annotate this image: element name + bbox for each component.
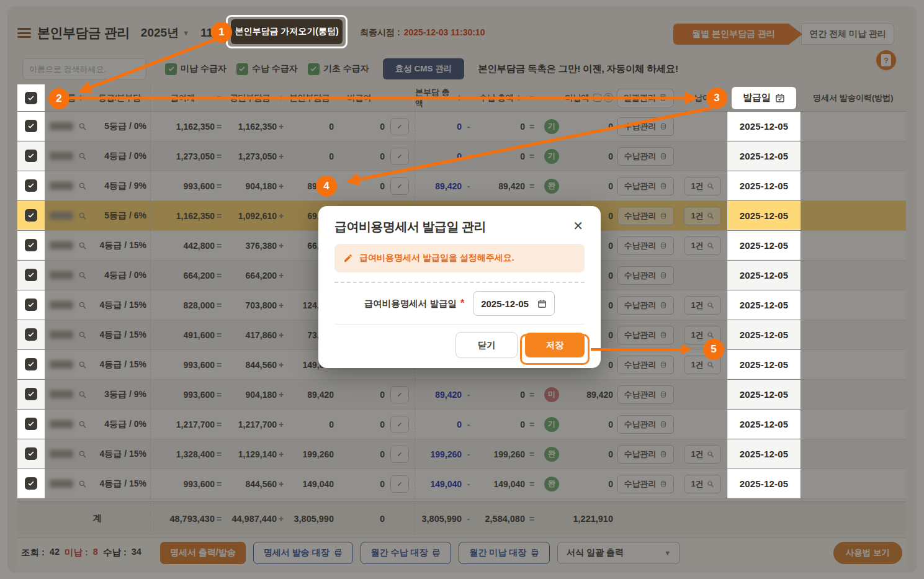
issue-date-cell[interactable]: 2025-12-05: [727, 290, 801, 320]
issue-date-cell[interactable]: 2025-12-05: [727, 201, 801, 230]
issue-date-modal: 급여비용명세서 발급일 관리 ✕ 급여비용명세서 발급일을 설정해주세요. 급여…: [318, 206, 601, 368]
select-all-cell: [17, 84, 45, 111]
modal-close-button[interactable]: 닫기: [455, 332, 518, 358]
import-copayment-button[interactable]: 본인부담금 가져오기(롱텀): [231, 19, 343, 44]
issue-date-form-row: 급여비용명세서 발급일 * 2025-12-05: [334, 291, 585, 316]
row-select-cell: [17, 290, 45, 320]
copayment-management-screen: 본인부담금 관리 2025년 ▼ 11월 최종시점 : 2025-12-03 1…: [0, 0, 924, 579]
close-icon[interactable]: ✕: [572, 218, 585, 233]
row-select-cell: [17, 141, 45, 171]
row-select-cell: [17, 439, 45, 469]
row-select-cell: [17, 171, 45, 200]
modal-save-button[interactable]: 저장: [525, 333, 585, 357]
issue-date-label: 급여비용명세서 발급일: [364, 298, 457, 310]
divider: [334, 324, 585, 325]
issue-date-cell[interactable]: 2025-12-05: [727, 261, 801, 290]
issue-date-cell[interactable]: 2025-12-05: [727, 350, 801, 379]
row-checkbox[interactable]: [25, 150, 37, 162]
row-select-cell: [17, 320, 45, 349]
issue-date-header-button[interactable]: 발급일: [732, 87, 796, 109]
modal-notice-text: 급여비용명세서 발급일을 설정해주세요.: [359, 253, 514, 264]
row-checkbox[interactable]: [25, 239, 37, 251]
row-select-cell: [17, 201, 45, 230]
row-checkbox[interactable]: [25, 298, 37, 311]
calendar-icon: [537, 299, 547, 308]
issue-date-cell[interactable]: 2025-12-05: [727, 410, 801, 439]
row-checkbox[interactable]: [25, 447, 37, 460]
row-checkbox[interactable]: [25, 328, 37, 341]
row-select-cell: [17, 231, 45, 260]
issue-date-value: 2025-12-05: [481, 298, 529, 309]
row-select-cell: [17, 380, 45, 409]
header-issue-date-cell: 발급일: [727, 84, 801, 111]
issue-date-cell[interactable]: 2025-12-05: [727, 171, 801, 200]
row-select-cell: [17, 112, 45, 141]
issue-date-input[interactable]: 2025-12-05: [473, 291, 555, 316]
calendar-check-icon: [775, 93, 785, 103]
issue-date-cell[interactable]: 2025-12-05: [727, 380, 801, 409]
issue-date-cell[interactable]: 2025-12-05: [727, 439, 801, 469]
row-select-cell: [17, 469, 45, 498]
dashed-divider: [334, 282, 585, 283]
row-checkbox[interactable]: [25, 358, 37, 370]
row-checkbox[interactable]: [25, 418, 37, 430]
issue-date-cell[interactable]: 2025-12-05: [727, 112, 801, 141]
issue-date-cell[interactable]: 2025-12-05: [727, 320, 801, 349]
row-select-cell: [17, 261, 45, 290]
select-all-checkbox[interactable]: [25, 92, 37, 104]
modal-notice: 급여비용명세서 발급일을 설정해주세요.: [334, 244, 585, 272]
issue-date-cell[interactable]: 2025-12-05: [727, 141, 801, 171]
row-checkbox[interactable]: [25, 179, 37, 192]
row-checkbox[interactable]: [25, 120, 37, 132]
required-mark: *: [460, 298, 464, 309]
row-checkbox[interactable]: [25, 269, 37, 281]
pencil-icon: [343, 253, 353, 263]
issue-date-cell[interactable]: 2025-12-05: [727, 469, 801, 498]
row-checkbox[interactable]: [25, 388, 37, 400]
row-checkbox[interactable]: [25, 209, 37, 222]
row-select-cell: [17, 410, 45, 439]
modal-title: 급여비용명세서 발급일 관리: [334, 218, 486, 235]
row-checkbox[interactable]: [25, 477, 37, 490]
row-select-cell: [17, 350, 45, 379]
issue-date-cell[interactable]: 2025-12-05: [727, 231, 801, 260]
